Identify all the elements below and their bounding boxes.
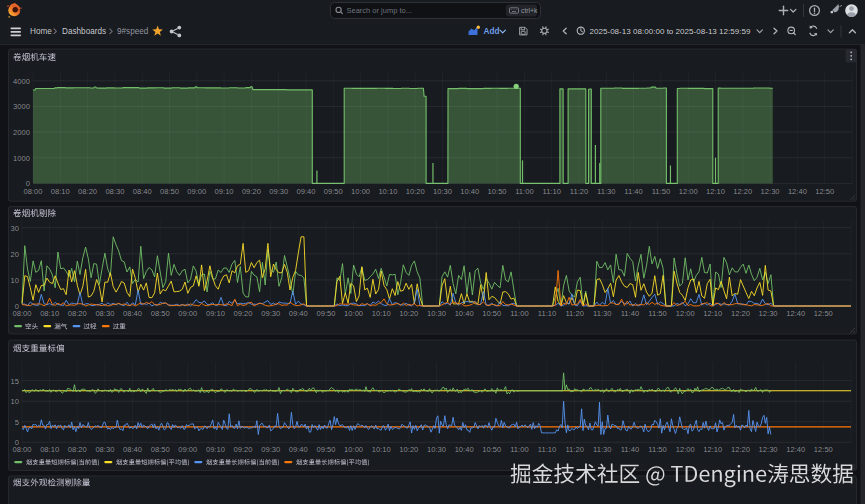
svg-text:08:20: 08:20 (68, 445, 87, 454)
svg-text:15: 15 (11, 377, 19, 386)
svg-text:12:00: 12:00 (679, 187, 698, 196)
svg-text:12:30: 12:30 (759, 445, 778, 454)
svg-text:0: 0 (15, 438, 19, 447)
svg-text:08:10: 08:10 (51, 187, 70, 196)
svg-text:08:30: 08:30 (95, 445, 114, 454)
svg-text:0: 0 (26, 179, 30, 188)
svg-text:08:40: 08:40 (123, 445, 142, 454)
svg-text:12:00: 12:00 (676, 445, 695, 454)
svg-text:10:30: 10:30 (427, 445, 446, 454)
svg-text:09:40: 09:40 (289, 309, 308, 318)
svg-text:Home: Home (30, 27, 52, 36)
svg-text:10: 10 (11, 397, 19, 406)
svg-text:09:00: 09:00 (178, 445, 197, 454)
svg-text:Add: Add (484, 27, 500, 36)
svg-text:1000: 1000 (13, 154, 30, 163)
svg-text:11:20: 11:20 (565, 445, 583, 454)
svg-text:2000: 2000 (13, 128, 30, 137)
svg-text:12:50: 12:50 (814, 445, 833, 454)
svg-text:10:00: 10:00 (344, 309, 363, 318)
svg-text:12:30: 12:30 (759, 309, 778, 318)
svg-text:10:10: 10:10 (378, 187, 397, 196)
svg-text:08:50: 08:50 (151, 445, 170, 454)
svg-text:09:00: 09:00 (178, 309, 197, 318)
svg-text:09:20: 09:20 (242, 187, 261, 196)
svg-text:10:40: 10:40 (455, 309, 474, 318)
svg-text:11:30: 11:30 (593, 445, 611, 454)
svg-text:11:00: 11:00 (515, 187, 533, 196)
svg-text:08:30: 08:30 (95, 309, 114, 318)
svg-text:08:30: 08:30 (105, 187, 124, 196)
svg-text:10:20: 10:20 (399, 445, 418, 454)
svg-text:12:50: 12:50 (815, 187, 834, 196)
svg-text:10:00: 10:00 (344, 445, 363, 454)
svg-text:11:00: 11:00 (510, 445, 528, 454)
svg-text:11:10: 11:10 (538, 445, 556, 454)
svg-text:11:50: 11:50 (648, 309, 666, 318)
svg-text:10:50: 10:50 (482, 445, 501, 454)
svg-text:11:50: 11:50 (652, 187, 670, 196)
svg-text:ctrl+k: ctrl+k (521, 7, 538, 14)
svg-text:20: 20 (11, 250, 19, 259)
svg-text:5: 5 (15, 418, 19, 427)
svg-text:11:40: 11:40 (621, 309, 639, 318)
svg-text:08:40: 08:40 (133, 187, 152, 196)
svg-text:12:10: 12:10 (703, 445, 722, 454)
svg-text:10:50: 10:50 (482, 309, 501, 318)
svg-text:10:30: 10:30 (427, 309, 446, 318)
svg-text:12:00: 12:00 (676, 309, 695, 318)
svg-text:12:10: 12:10 (706, 187, 725, 196)
svg-text:11:20: 11:20 (565, 309, 583, 318)
svg-text:09:20: 09:20 (234, 309, 253, 318)
svg-text:11:40: 11:40 (624, 187, 642, 196)
svg-text:12:40: 12:40 (788, 187, 807, 196)
svg-text:10:40: 10:40 (460, 187, 479, 196)
svg-text:11:10: 11:10 (538, 309, 556, 318)
svg-text:09:40: 09:40 (289, 445, 308, 454)
svg-text:Dashboards: Dashboards (62, 27, 106, 36)
svg-text:09:50: 09:50 (316, 309, 335, 318)
svg-text:08:40: 08:40 (123, 309, 142, 318)
svg-text:09:10: 09:10 (206, 309, 225, 318)
svg-text:11:10: 11:10 (542, 187, 560, 196)
svg-text:10:00: 10:00 (351, 187, 370, 196)
svg-text:10:30: 10:30 (433, 187, 452, 196)
svg-text:11:30: 11:30 (597, 187, 615, 196)
svg-text:11:40: 11:40 (621, 445, 639, 454)
svg-text:09:30: 09:30 (261, 445, 280, 454)
svg-text:12:10: 12:10 (703, 309, 722, 318)
svg-text:10:40: 10:40 (455, 445, 474, 454)
svg-text:12:20: 12:20 (731, 445, 750, 454)
svg-text:10:20: 10:20 (399, 309, 418, 318)
svg-text:0: 0 (15, 302, 19, 311)
svg-text:09:20: 09:20 (234, 445, 253, 454)
svg-text:08:10: 08:10 (40, 309, 59, 318)
svg-text:11:50: 11:50 (648, 445, 666, 454)
svg-text:Search or jump to...: Search or jump to... (347, 6, 412, 15)
svg-text:08:10: 08:10 (40, 445, 59, 454)
svg-text:09:50: 09:50 (324, 187, 343, 196)
svg-text:9#speed: 9#speed (117, 27, 149, 36)
svg-text:10: 10 (11, 276, 19, 285)
svg-text:09:40: 09:40 (296, 187, 315, 196)
svg-text:4000: 4000 (13, 77, 30, 86)
svg-text:09:30: 09:30 (261, 309, 280, 318)
svg-text:09:00: 09:00 (187, 187, 206, 196)
svg-text:08:50: 08:50 (151, 309, 170, 318)
svg-text:12:20: 12:20 (731, 309, 750, 318)
svg-text:12:50: 12:50 (814, 309, 833, 318)
svg-text:12:20: 12:20 (733, 187, 752, 196)
svg-text:10:20: 10:20 (406, 187, 425, 196)
svg-text:11:20: 11:20 (570, 187, 588, 196)
svg-text:12:30: 12:30 (761, 187, 780, 196)
svg-text:10:10: 10:10 (372, 309, 391, 318)
svg-text:09:50: 09:50 (316, 445, 335, 454)
svg-text:11:00: 11:00 (510, 309, 528, 318)
svg-text:10:50: 10:50 (488, 187, 507, 196)
svg-text:09:10: 09:10 (215, 187, 234, 196)
svg-text:08:20: 08:20 (68, 309, 87, 318)
svg-text:12:40: 12:40 (786, 445, 805, 454)
svg-text:3000: 3000 (13, 102, 30, 111)
svg-text:08:50: 08:50 (160, 187, 179, 196)
svg-text:11:30: 11:30 (593, 309, 611, 318)
